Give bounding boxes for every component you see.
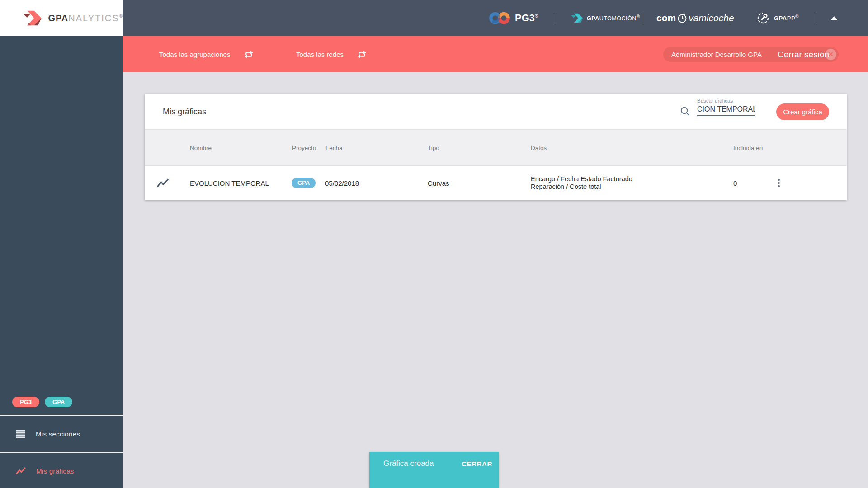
sidebar-badge-gpa[interactable]: GPA: [45, 397, 72, 407]
gpapp-logo[interactable]: GPAPP®: [756, 0, 799, 36]
gpa-analytics-logo-icon: [23, 8, 42, 28]
comvamicoche-label: com vamicoche: [656, 12, 734, 24]
card-header: Mis gráficas Buscar gráficas Crear gráfi…: [145, 94, 847, 129]
gpautomocion-arrow-icon: [571, 12, 584, 24]
brand-reg: ®: [119, 14, 123, 19]
search-label: Buscar gráficas: [697, 98, 755, 103]
header-divider: [817, 12, 817, 24]
pg3-logo[interactable]: PG3®: [488, 0, 538, 36]
gpapp-label: GPAPP®: [774, 14, 799, 22]
proyecto-badge: GPA: [292, 178, 316, 188]
header-collapse[interactable]: [831, 0, 837, 36]
col-incluida-en: Incluida en: [733, 144, 763, 151]
cell-nombre: EVOLUCION TEMPORAL: [190, 179, 269, 187]
top-header-bar: PG3® GPAUTOMOCIÓN® com vamicoche: [123, 0, 868, 36]
header-divider: [555, 12, 555, 24]
search-input[interactable]: [697, 104, 755, 116]
filter-bar: Todas las agrupaciones Todas las redes A…: [123, 36, 868, 72]
swap-icon[interactable]: [356, 49, 368, 60]
col-proyecto: Proyecto: [292, 144, 316, 151]
cell-datos: Encargo / Fecha Estado Facturado Reparac…: [531, 175, 632, 191]
sidebar-item-label: Mis gráficas: [36, 467, 74, 475]
collapse-up-arrow-icon[interactable]: [831, 16, 837, 20]
cell-tipo: Curvas: [428, 179, 449, 187]
create-chart-button[interactable]: Crear gráfica: [776, 103, 829, 120]
stopwatch-icon: [677, 12, 688, 24]
gpautomocion-logo[interactable]: GPAUTOMOCIÓN®: [571, 0, 640, 36]
app-root: GPANALYTICS® PG3 GPA Mis secciones Mis g…: [0, 0, 868, 488]
filter-agrupaciones[interactable]: Todas las agrupaciones: [159, 36, 255, 72]
logout-button[interactable]: Cerrar sesión: [778, 50, 829, 60]
search-field: Buscar gráficas: [697, 98, 755, 116]
brand-logo-box: GPANALYTICS®: [0, 0, 123, 36]
brand-gpa: GPA: [48, 13, 68, 23]
cell-fecha: 05/02/2018: [325, 179, 359, 187]
swap-icon[interactable]: [243, 49, 255, 60]
line-chart-icon: [16, 467, 26, 475]
sidebar-item-mis-graficas[interactable]: Mis gráficas: [0, 452, 123, 488]
datos-line-2: Reparación / Coste total: [531, 183, 601, 190]
row-more-menu-icon[interactable]: [775, 178, 783, 188]
pg3-label: PG3®: [515, 12, 538, 24]
sidebar-item-label: Mis secciones: [36, 430, 80, 438]
col-fecha: Fecha: [326, 144, 343, 151]
snackbar-close-button[interactable]: CERRAR: [462, 460, 492, 468]
line-chart-icon: [157, 178, 169, 188]
header-divider: [730, 12, 730, 24]
pg3-infinity-icon: [488, 10, 511, 26]
filter-redes[interactable]: Todas las redes: [296, 36, 368, 72]
col-datos: Datos: [531, 144, 547, 151]
sidebar-item-mis-secciones[interactable]: Mis secciones: [0, 415, 123, 452]
snackbar-message: Gráfica creada: [383, 459, 434, 468]
filter-redes-label: Todas las redes: [296, 51, 344, 58]
session-pill: Administrador Desarrollo GPA Cerrar sesi…: [663, 47, 839, 62]
col-nombre: Nombre: [190, 144, 212, 151]
sidebar: PG3 GPA Mis secciones Mis gráficas: [0, 36, 123, 488]
logged-user-label: Administrador Desarrollo GPA: [671, 51, 762, 58]
sidebar-badge-pg3[interactable]: PG3: [12, 397, 39, 407]
search-icon[interactable]: [680, 106, 690, 117]
filter-agrupaciones-label: Todas las agrupaciones: [159, 51, 231, 58]
datos-line-1: Encargo / Fecha Estado Facturado: [531, 175, 632, 183]
menu-lines-icon: [16, 430, 25, 438]
brand-logo-text: GPANALYTICS®: [48, 13, 123, 23]
cell-incluida-en: 0: [733, 179, 737, 187]
sidebar-badges: PG3 GPA: [12, 397, 72, 407]
header-divider: [643, 12, 643, 24]
col-tipo: Tipo: [428, 144, 439, 151]
logout-close-icon[interactable]: ✕: [825, 49, 836, 60]
mis-graficas-card: Mis gráficas Buscar gráficas Crear gráfi…: [145, 94, 847, 200]
table-row[interactable]: EVOLUCION TEMPORAL GPA 05/02/2018 Curvas…: [145, 165, 847, 200]
gpapp-wrench-icon: [756, 11, 770, 25]
brand-nalytics: NALYTICS: [68, 13, 119, 23]
table-header: Nombre Proyecto Fecha Tipo Datos Incluid…: [145, 129, 847, 165]
comvamicoche-logo[interactable]: com vamicoche: [656, 0, 734, 36]
gpautomocion-label: GPAUTOMOCIÓN®: [587, 14, 640, 22]
snackbar: Gráfica creada CERRAR: [369, 452, 499, 488]
page-title: Mis gráficas: [163, 94, 206, 129]
